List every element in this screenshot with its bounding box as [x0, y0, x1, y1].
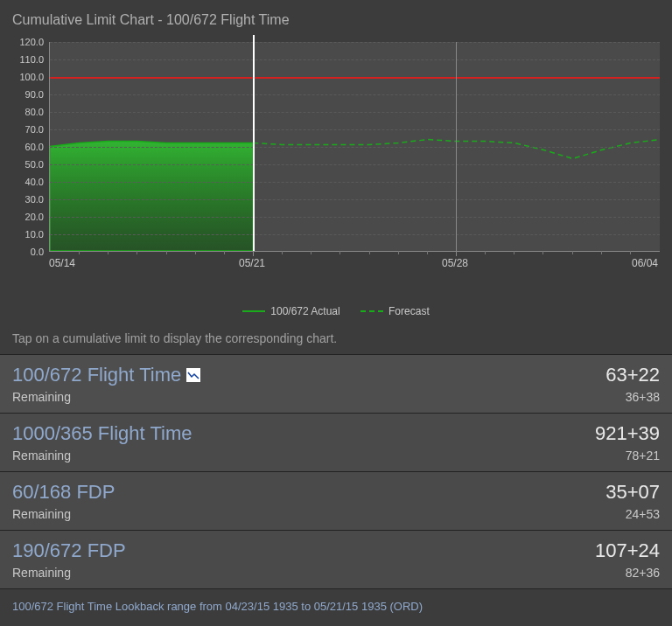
- chart-area: 0.010.020.030.040.050.060.070.080.090.01…: [0, 28, 672, 321]
- gridline: [50, 147, 660, 148]
- y-axis: 0.010.020.030.040.050.060.070.080.090.01…: [12, 37, 47, 252]
- y-tick-label: 20.0: [25, 212, 44, 222]
- gridline: [50, 164, 660, 165]
- y-tick-label: 70.0: [25, 124, 44, 135]
- limit-value: 35+07: [606, 481, 660, 504]
- gridline: [50, 199, 660, 200]
- gridline: [50, 129, 660, 130]
- limit-title: 60/168 FDP: [12, 481, 115, 504]
- x-tick-label: 05/21: [239, 257, 265, 269]
- x-tick: [456, 42, 457, 256]
- gridline: [50, 42, 660, 43]
- y-tick-label: 110.0: [19, 54, 44, 65]
- limit-value: 921+39: [595, 422, 660, 445]
- gridline: [50, 112, 660, 113]
- hint-text: Tap on a cumulative limit to display the…: [0, 321, 672, 354]
- gridline: [50, 182, 660, 183]
- limit-row[interactable]: 100/672 Flight TimeRemaining63+2236+38: [0, 355, 672, 414]
- y-tick-label: 10.0: [25, 229, 44, 240]
- x-tick-label: 05/14: [49, 257, 75, 269]
- y-tick-label: 60.0: [25, 142, 44, 152]
- y-tick-label: 100.0: [19, 72, 44, 82]
- page-title: Cumulative Limit Chart - 100/672 Flight …: [0, 0, 672, 28]
- y-tick-label: 120.0: [19, 37, 44, 47]
- limit-remaining-value: 78+21: [595, 449, 660, 463]
- limit-row[interactable]: 1000/365 Flight TimeRemaining921+3978+21: [0, 414, 672, 472]
- gridline: [50, 94, 660, 95]
- footer-text: 100/672 Flight Time Lookback range from …: [0, 589, 672, 623]
- legend-swatch-forecast: [360, 310, 383, 312]
- chart-plot[interactable]: [49, 42, 660, 252]
- gridline: [50, 217, 660, 218]
- limit-title: 100/672 Flight Time: [12, 364, 200, 386]
- limit-remaining-label: Remaining: [12, 566, 126, 580]
- y-tick-label: 0.0: [31, 247, 44, 257]
- legend-label-forecast: Forecast: [388, 305, 430, 317]
- y-tick-label: 90.0: [25, 89, 44, 100]
- limit-row[interactable]: 60/168 FDPRemaining35+0724+53: [0, 472, 672, 531]
- y-tick-label: 80.0: [25, 107, 44, 117]
- gridline: [50, 59, 660, 60]
- x-tick-label: 05/28: [442, 257, 468, 269]
- limit-remaining-label: Remaining: [12, 390, 200, 404]
- y-tick-label: 40.0: [25, 177, 44, 187]
- gridline: [50, 234, 660, 235]
- x-tick-label: 06/04: [632, 257, 658, 269]
- limit-line: [50, 77, 660, 79]
- y-tick-label: 50.0: [25, 159, 44, 170]
- limit-remaining-value: 36+38: [606, 390, 660, 404]
- limit-remaining-label: Remaining: [12, 507, 115, 521]
- limit-value: 107+24: [595, 539, 660, 562]
- limit-title: 190/672 FDP: [12, 539, 126, 562]
- limits-list: 100/672 Flight TimeRemaining63+2236+3810…: [0, 354, 672, 589]
- limit-row[interactable]: 190/672 FDPRemaining107+2482+36: [0, 531, 672, 589]
- chart-icon: [186, 368, 200, 382]
- limit-remaining-value: 24+53: [606, 507, 660, 521]
- limit-remaining-label: Remaining: [12, 449, 192, 463]
- legend-swatch-actual: [242, 310, 265, 312]
- y-tick-label: 30.0: [25, 194, 44, 205]
- limit-value: 63+22: [606, 364, 660, 386]
- chart-legend: 100/672 Actual Forecast: [12, 282, 660, 317]
- today-line: [253, 35, 255, 251]
- legend-label-actual: 100/672 Actual: [270, 305, 340, 317]
- limit-title: 1000/365 Flight Time: [12, 422, 192, 445]
- limit-remaining-value: 82+36: [595, 566, 660, 580]
